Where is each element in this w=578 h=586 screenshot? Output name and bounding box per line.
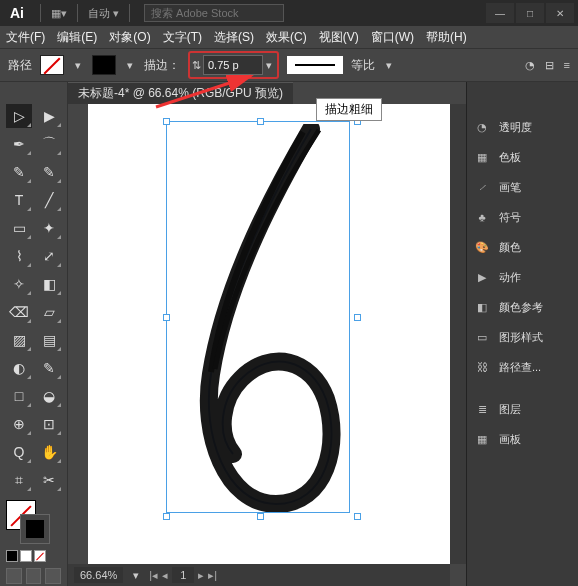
titlebar: Ai ▦▾ 自动 ▾ — □ ✕ bbox=[0, 0, 578, 26]
menu-object[interactable]: 对象(O) bbox=[109, 29, 150, 46]
last-page-button[interactable]: ▸| bbox=[208, 569, 217, 582]
tool-8[interactable]: ▭ bbox=[6, 216, 32, 240]
tool-4[interactable]: ✎ bbox=[6, 160, 32, 184]
stroke-weight-box: ⇅ 0.75 p ▾ bbox=[188, 51, 279, 79]
zoom-value[interactable]: 66.64% bbox=[74, 567, 123, 583]
tool-21[interactable]: ◒ bbox=[36, 384, 62, 408]
stroke-weight-input[interactable]: 0.75 p bbox=[203, 55, 263, 75]
menu-file[interactable]: 文件(F) bbox=[6, 29, 45, 46]
fill-dropdown[interactable]: ▾ bbox=[72, 56, 84, 74]
panel-icon: ▭ bbox=[473, 328, 491, 346]
maximize-button[interactable]: □ bbox=[516, 3, 544, 23]
tool-14[interactable]: ⌫ bbox=[6, 300, 32, 324]
tool-24[interactable]: Q bbox=[6, 440, 32, 464]
tool-25[interactable]: ✋ bbox=[36, 440, 62, 464]
panel-色板[interactable]: ▦色板 bbox=[473, 142, 572, 172]
tool-22[interactable]: ⊕ bbox=[6, 412, 32, 436]
panel-label: 画笔 bbox=[499, 180, 521, 195]
panel-路径查...[interactable]: ⛓路径查... bbox=[473, 352, 572, 382]
stroke-dropdown[interactable]: ▾ bbox=[124, 56, 136, 74]
menu-help[interactable]: 帮助(H) bbox=[426, 29, 467, 46]
tool-20[interactable]: □ bbox=[6, 384, 32, 408]
tool-11[interactable]: ⤢ bbox=[36, 244, 62, 268]
tool-13[interactable]: ◧ bbox=[36, 272, 62, 296]
prev-page-button[interactable]: ◂ bbox=[162, 569, 168, 582]
stroke-weight-dropdown[interactable]: ▾ bbox=[263, 56, 275, 74]
panel-动作[interactable]: ▶动作 bbox=[473, 262, 572, 292]
fill-swatch[interactable] bbox=[40, 55, 64, 75]
menu-edit[interactable]: 编辑(E) bbox=[57, 29, 97, 46]
tool-17[interactable]: ▤ bbox=[36, 328, 62, 352]
stroke-style-preview[interactable] bbox=[287, 56, 343, 74]
minimize-button[interactable]: — bbox=[486, 3, 514, 23]
panel-icon: ◧ bbox=[473, 298, 491, 316]
scrollbar-vertical[interactable] bbox=[450, 104, 466, 564]
tool-1[interactable]: ▶ bbox=[36, 104, 62, 128]
opacity-icon[interactable]: ◔ bbox=[525, 59, 535, 72]
stepper-icon[interactable]: ⇅ bbox=[192, 59, 201, 72]
menu-icon[interactable]: ≡ bbox=[564, 59, 570, 72]
first-page-button[interactable]: |◂ bbox=[149, 569, 158, 582]
panel-label: 画板 bbox=[499, 432, 521, 447]
zoom-dropdown-icon[interactable]: ▾ bbox=[133, 569, 139, 582]
next-page-button[interactable]: ▸ bbox=[198, 569, 204, 582]
draw-mode-behind[interactable] bbox=[26, 568, 42, 584]
toolbox: ▷▶✒⌒✎✎T╱▭✦⌇⤢✧◧⌫▱▨▤◐✎□◒⊕⊡Q✋⌗✂ bbox=[0, 82, 68, 586]
panel-label: 图层 bbox=[499, 402, 521, 417]
panel-图层[interactable]: ≣图层 bbox=[473, 394, 572, 424]
panel-颜色参考[interactable]: ◧颜色参考 bbox=[473, 292, 572, 322]
gradient-mode-icon[interactable] bbox=[20, 550, 32, 562]
workspace-dropdown[interactable]: 自动 ▾ bbox=[82, 4, 125, 23]
tool-5[interactable]: ✎ bbox=[36, 160, 62, 184]
panel-icon: ◔ bbox=[473, 118, 491, 136]
panel-画笔[interactable]: ⟋画笔 bbox=[473, 172, 572, 202]
fill-stroke-swatches[interactable] bbox=[6, 500, 50, 544]
bridge-icon[interactable]: ▦▾ bbox=[45, 5, 73, 22]
panel-label: 图形样式 bbox=[499, 330, 543, 345]
artboard-nav: |◂ ◂ 1 ▸ ▸| bbox=[149, 567, 217, 583]
menu-type[interactable]: 文字(T) bbox=[163, 29, 202, 46]
tool-18[interactable]: ◐ bbox=[6, 356, 32, 380]
draw-mode-inside[interactable] bbox=[45, 568, 61, 584]
tool-27[interactable]: ✂ bbox=[36, 468, 62, 492]
tool-7[interactable]: ╱ bbox=[36, 188, 62, 212]
scale-dropdown[interactable]: ▾ bbox=[383, 56, 395, 74]
menu-select[interactable]: 选择(S) bbox=[214, 29, 254, 46]
tool-10[interactable]: ⌇ bbox=[6, 244, 32, 268]
panel-icon: ⟋ bbox=[473, 178, 491, 196]
tool-15[interactable]: ▱ bbox=[36, 300, 62, 324]
page-value[interactable]: 1 bbox=[172, 567, 194, 583]
tool-6[interactable]: T bbox=[6, 188, 32, 212]
panel-icon: ♣ bbox=[473, 208, 491, 226]
tool-0[interactable]: ▷ bbox=[6, 104, 32, 128]
menu-effect[interactable]: 效果(C) bbox=[266, 29, 307, 46]
panel-label: 路径查... bbox=[499, 360, 541, 375]
menu-view[interactable]: 视图(V) bbox=[319, 29, 359, 46]
tool-26[interactable]: ⌗ bbox=[6, 468, 32, 492]
artwork-six[interactable] bbox=[171, 124, 353, 514]
panel-透明度[interactable]: ◔透明度 bbox=[473, 112, 572, 142]
search-input[interactable] bbox=[144, 4, 284, 22]
tool-9[interactable]: ✦ bbox=[36, 216, 62, 240]
close-button[interactable]: ✕ bbox=[546, 3, 574, 23]
panel-颜色[interactable]: 🎨颜色 bbox=[473, 232, 572, 262]
menu-window[interactable]: 窗口(W) bbox=[371, 29, 414, 46]
panel-符号[interactable]: ♣符号 bbox=[473, 202, 572, 232]
color-mode-icon[interactable] bbox=[6, 550, 18, 562]
selection-bounding-box[interactable] bbox=[166, 121, 350, 513]
stroke-swatch[interactable] bbox=[92, 55, 116, 75]
stroke-large-swatch[interactable] bbox=[20, 514, 50, 544]
tool-3[interactable]: ⌒ bbox=[36, 132, 62, 156]
align-icon[interactable]: ⊟ bbox=[545, 59, 554, 72]
tool-16[interactable]: ▨ bbox=[6, 328, 32, 352]
canvas-area[interactable]: 66.64% ▾ |◂ ◂ 1 ▸ ▸| bbox=[68, 104, 466, 586]
panel-图形样式[interactable]: ▭图形样式 bbox=[473, 322, 572, 352]
none-mode-icon[interactable] bbox=[34, 550, 46, 562]
tool-23[interactable]: ⊡ bbox=[36, 412, 62, 436]
panel-画板[interactable]: ▦画板 bbox=[473, 424, 572, 454]
document-tab[interactable]: 未标题-4* @ 66.64% (RGB/GPU 预览) bbox=[68, 82, 293, 104]
tool-19[interactable]: ✎ bbox=[36, 356, 62, 380]
tool-12[interactable]: ✧ bbox=[6, 272, 32, 296]
draw-mode-normal[interactable] bbox=[6, 568, 22, 584]
tool-2[interactable]: ✒ bbox=[6, 132, 32, 156]
